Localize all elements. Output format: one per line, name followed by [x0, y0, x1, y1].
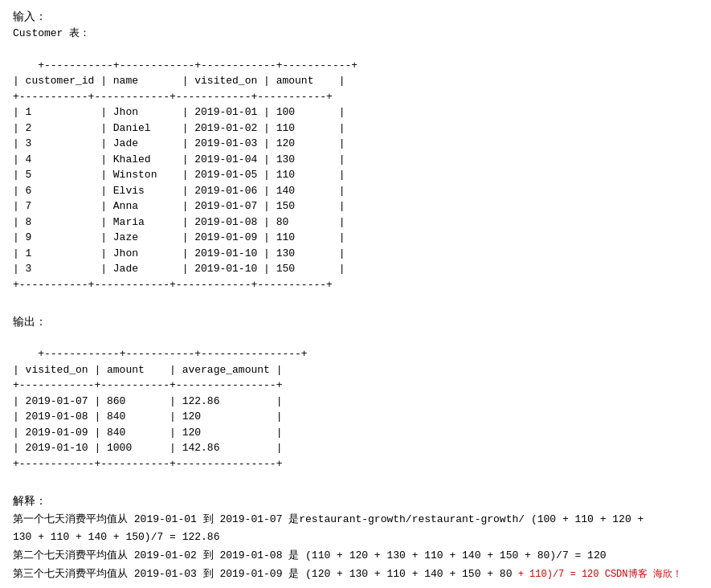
customer-table-border-top: +-----------+------------+------------+-… — [13, 59, 358, 291]
input-section: 输入： Customer 表： +-----------+-----------… — [13, 10, 698, 308]
explanation-line-1: 第一个七天消费平均值从 2019-01-01 到 2019-01-07 是res… — [13, 512, 698, 529]
watermark: + 110)/7 = 120 CSDN博客 海欣！ — [512, 569, 681, 580]
explanation-line-3: 第二个七天消费平均值从 2019-01-02 到 2019-01-08 是 (1… — [13, 548, 698, 565]
explanation-line-4: 第三个七天消费平均值从 2019-01-03 到 2019-01-09 是 (1… — [13, 566, 698, 583]
output-table-content: +------------+-----------+--------------… — [13, 348, 308, 470]
output-table: +------------+-----------+--------------… — [13, 331, 698, 488]
explanation-line-2: 130 + 110 + 140 + 150)/7 = 122.86 — [13, 529, 698, 546]
explanation-block: 第一个七天消费平均值从 2019-01-01 到 2019-01-07 是res… — [13, 512, 698, 583]
input-label: 输入： — [13, 10, 698, 24]
explanation-section: 解释： 第一个七天消费平均值从 2019-01-01 到 2019-01-07 … — [13, 494, 698, 583]
output-section: 输出： +------------+-----------+----------… — [13, 315, 698, 488]
customer-table-label: Customer 表： — [13, 26, 698, 40]
explanation-label: 解释： — [13, 494, 698, 508]
customer-table: +-----------+------------+------------+-… — [13, 42, 698, 308]
output-label: 输出： — [13, 315, 698, 329]
